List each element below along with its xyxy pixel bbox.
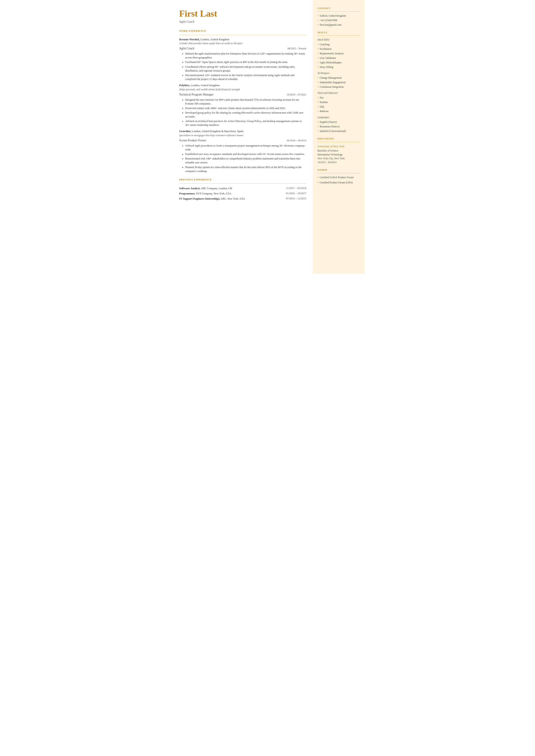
- prev-job-2: Programmer, XYZ Company, New York, USA 0…: [179, 191, 306, 196]
- prev-experience-title: PREVIOUS EXPERIENCE: [179, 178, 306, 182]
- bullet: Advised on technical best practices for …: [185, 119, 306, 127]
- skill-kanban: Kanban: [318, 100, 360, 104]
- job-1-tagline: A lender that provides home equity lines…: [179, 42, 306, 45]
- prev-job-2-dates: 01/2016 – 10/2017: [272, 191, 306, 196]
- contact-address: Salford, United Kingdom: [318, 14, 360, 18]
- work-experience-title: WORK EXPERIENCE: [179, 29, 306, 33]
- job-2-company: Polyhire,: [179, 84, 190, 87]
- bullet: Planned 30-day sprints in a time-efficie…: [185, 165, 306, 173]
- techniques-label: Techniques:: [318, 71, 360, 75]
- skill-spanish: Spanish (Conversational): [318, 129, 360, 133]
- job-1-role-row: Agile Coach 08/2021 – Present: [179, 46, 306, 51]
- prev-job-1-dates: 11/2017 – 05/2018: [272, 186, 306, 191]
- bullet: Coordinated efforts among 40+ software d…: [185, 65, 306, 72]
- edu-dates: 10/2011 - 06/2014: [318, 160, 360, 164]
- hard-skills-label: Hard Skills:: [318, 38, 360, 42]
- edu-location: New York City, New York: [318, 156, 360, 160]
- job-1-company-line: Resume Worded, London, United Kingdom: [179, 37, 306, 42]
- skill-user-validation: User Validation: [318, 56, 360, 60]
- bullet: Established user story acceptance standa…: [185, 152, 306, 156]
- prev-exp-table: Software Analyst, ABC Company, London, U…: [179, 186, 306, 201]
- candidate-title: Agile Coach: [179, 19, 306, 24]
- edu-degree: Bachelor of Science: [318, 149, 360, 153]
- skill-ci: Continuous Integration: [318, 85, 360, 89]
- other-divider: [318, 173, 360, 173]
- job-2-company-line: Polyhire, London, United Kingdom: [179, 83, 306, 88]
- job-1: Resume Worded, London, United Kingdom A …: [179, 37, 306, 81]
- tools-label: Tools and Software:: [318, 91, 360, 95]
- job-1-company: Resume Worded,: [179, 38, 200, 41]
- job-3: Growthsi, London, United Kingdom & Barce…: [179, 129, 306, 173]
- other-cpo: Certified Product Owner (CPO): [318, 181, 360, 184]
- prev-job-3-dates: 07/2014 – 12/2015: [272, 196, 306, 201]
- bullet: Brainstormed with 140+ stakeholders to c…: [185, 157, 306, 164]
- job-3-role-row: Scrum Product Owner 06/2018 – 09/2019: [179, 138, 306, 143]
- skill-english: English (Native): [318, 120, 360, 124]
- job-3-company: Growthsi,: [179, 129, 191, 133]
- education-section-title: EDUCATION: [318, 137, 360, 141]
- job-2-role-row: Technical Program Manager 10/2019 – 07/2…: [179, 92, 306, 97]
- job-3-company-line: Growthsi, London, United Kingdom & Barce…: [179, 129, 306, 133]
- other-safe: Certified SAFe® Product Owner: [318, 176, 360, 179]
- job-2-dates: 10/2019 – 07/2021: [287, 93, 306, 97]
- other-section-title: OTHER: [318, 168, 360, 172]
- skills-divider: [318, 35, 360, 36]
- skill-sql: SQL: [318, 105, 360, 109]
- job-1-role: Agile Coach: [179, 46, 194, 51]
- prev-job-3-info: IT Support Engineer (Internship), ABC, N…: [179, 196, 272, 201]
- left-column: First Last Agile Coach WORK EXPERIENCE R…: [171, 0, 313, 274]
- skills-section-title: SKILLS: [318, 31, 360, 34]
- job-2-role: Technical Program Manager: [179, 92, 213, 97]
- skill-requirements: Requirements Analysis: [318, 51, 360, 55]
- skill-stakeholder: Stakeholder Engagement: [318, 80, 360, 84]
- prev-job-2-info: Programmer, XYZ Company, New York, USA: [179, 191, 272, 196]
- job-3-location: London, United Kingdom & Barcelona, Spai…: [192, 129, 243, 133]
- bullet: Utilized Agile procedures to foster a tr…: [185, 144, 306, 152]
- job-3-bullets: Utilized Agile procedures to foster a tr…: [181, 144, 306, 173]
- edu-school: University of New York: [318, 144, 360, 149]
- job-3-role: Scrum Product Owner: [179, 138, 206, 143]
- skill-facilitation: Facilitation: [318, 47, 360, 51]
- skill-jira: Jira: [318, 96, 360, 99]
- skill-rubicon: Rubicon: [318, 109, 360, 113]
- job-2-location: London, United Kingdom: [191, 84, 220, 87]
- job-2-bullets: Designed the user interface for RW's pil…: [181, 98, 306, 127]
- skill-coaching: Coaching: [318, 42, 360, 46]
- bullet: Facilitated 60+ Open Spaces about Agile …: [185, 60, 306, 64]
- contact-phone: +44 1234567890: [318, 18, 360, 22]
- bullet: Decommissioned 120+ outdated servers in …: [185, 73, 306, 81]
- prev-job-1: Software Analyst, ABC Company, London, U…: [179, 186, 306, 191]
- skill-romanian: Romanian (Native): [318, 125, 360, 128]
- skill-change-mgmt: Change Management: [318, 76, 360, 80]
- job-2: Polyhire, London, United Kingdom Helps p…: [179, 83, 306, 127]
- contact-email: first.last@gmail.com: [318, 23, 360, 27]
- skill-agile: Agile Methodologies: [318, 61, 360, 65]
- prev-job-1-info: Software Analyst, ABC Company, London, U…: [179, 186, 272, 191]
- candidate-name: First Last: [179, 9, 306, 18]
- job-1-dates: 08/2021 – Present: [288, 46, 306, 50]
- contact-section-title: CONTACT: [318, 7, 360, 10]
- prev-job-3: IT Support Engineer (Internship), ABC, N…: [179, 196, 306, 201]
- right-column: CONTACT Salford, United Kingdom +44 1234…: [313, 0, 365, 274]
- bullet: Defined the agile transformation plan fo…: [185, 52, 306, 60]
- job-3-dates: 06/2018 – 09/2019: [287, 139, 306, 142]
- work-experience-divider: [179, 35, 306, 35]
- bullet: Preserved contact with 3400+ end-user cl…: [185, 106, 306, 110]
- job-3-tagline: Specializes in mortgages that help custo…: [179, 133, 306, 137]
- languages-label: Languages:: [318, 115, 360, 119]
- job-2-tagline: Helps personal, and wealth clients build…: [179, 88, 306, 91]
- bullet: Developed group policy for file sharing …: [185, 111, 306, 119]
- job-1-location: London, United Kingdom: [200, 38, 230, 41]
- edu-field: Information Technology: [318, 153, 360, 156]
- bullet: Designed the user interface for RW's pil…: [185, 98, 306, 106]
- skill-storytelling: Story Telling: [318, 65, 360, 69]
- resume-page: First Last Agile Coach WORK EXPERIENCE R…: [171, 0, 365, 274]
- job-1-bullets: Defined the agile transformation plan fo…: [181, 52, 306, 81]
- education-divider: [318, 142, 360, 142]
